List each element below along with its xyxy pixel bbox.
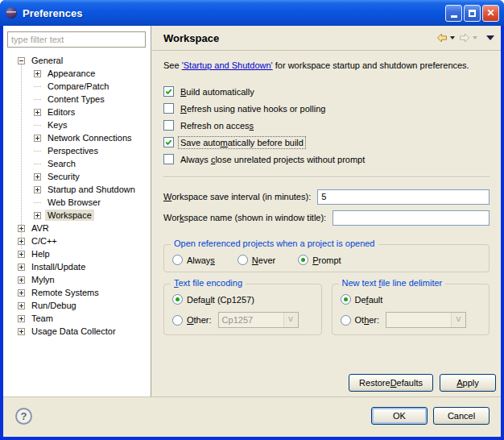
tree-guide-line bbox=[34, 202, 41, 203]
tree-item-label: Compare/Patch bbox=[45, 81, 111, 92]
forward-dropdown-icon[interactable] bbox=[473, 36, 477, 39]
tree-item-perspectives[interactable]: Perspectives bbox=[3, 144, 151, 157]
tree-item-label: Network Connections bbox=[45, 132, 134, 143]
plus-expander-icon[interactable] bbox=[18, 302, 25, 309]
radio-icon bbox=[341, 294, 351, 305]
plus-expander-icon[interactable] bbox=[34, 109, 41, 116]
workspace-name-label: Workspace name (shown in window title): bbox=[163, 213, 326, 222]
cancel-button[interactable]: Cancel bbox=[433, 407, 490, 425]
radio-encoding-default[interactable]: Default (Cp1257) bbox=[172, 294, 313, 305]
radio-label: Never bbox=[252, 255, 275, 265]
tree-item-workspace[interactable]: Workspace bbox=[3, 209, 151, 222]
title-bar[interactable]: Preferences ✕ bbox=[0, 0, 504, 26]
tree-item-run-debug[interactable]: Run/Debug bbox=[3, 299, 151, 312]
tree-item-compare-patch[interactable]: Compare/Patch bbox=[3, 80, 151, 93]
plus-expander-icon[interactable] bbox=[34, 173, 41, 181]
tree-item-editors[interactable]: Editors bbox=[3, 106, 151, 118]
tree-item-search[interactable]: Search bbox=[3, 157, 151, 170]
radio-label: Default (Cp1257) bbox=[187, 295, 254, 305]
tree-guide-line bbox=[34, 86, 41, 87]
plus-expander-icon[interactable] bbox=[18, 276, 25, 284]
tree-item-c-c-[interactable]: C/C++ bbox=[3, 235, 151, 247]
tree-item-label: Install/Update bbox=[29, 261, 88, 272]
plus-expander-icon[interactable] bbox=[18, 225, 25, 232]
plus-expander-icon[interactable] bbox=[34, 212, 41, 219]
tree-item-startup-and-shutdown[interactable]: Startup and Shutdown bbox=[3, 183, 151, 196]
workspace-preferences-page: Workspace bbox=[152, 26, 501, 396]
plus-expander-icon[interactable] bbox=[18, 289, 25, 297]
tree-guide-line bbox=[34, 151, 41, 152]
section-divider bbox=[163, 176, 490, 178]
encoding-combo[interactable]: Cp1257 ˅ bbox=[218, 312, 299, 328]
tree-item-keys[interactable]: Keys bbox=[3, 118, 151, 131]
forward-button[interactable] bbox=[457, 31, 478, 45]
plus-expander-icon[interactable] bbox=[18, 251, 25, 258]
tree-item-appearance[interactable]: Appearance bbox=[3, 67, 151, 80]
checkbox-label: Always close unrelated projects without … bbox=[179, 154, 366, 165]
workspace-name-input[interactable] bbox=[333, 210, 490, 226]
tree-item-team[interactable]: Team bbox=[3, 312, 151, 325]
plus-expander-icon[interactable] bbox=[18, 264, 25, 271]
save-interval-row: Workspace save interval (in minutes): bbox=[163, 186, 490, 207]
help-icon[interactable]: ? bbox=[15, 408, 32, 425]
apply-button[interactable]: Apply bbox=[440, 374, 496, 392]
tree-item-usage-data-collector[interactable]: Usage Data Collector bbox=[3, 325, 151, 338]
radio-never[interactable]: Never bbox=[238, 255, 275, 265]
ok-button[interactable]: OK bbox=[371, 407, 428, 425]
group-title: Text file encoding bbox=[171, 278, 246, 288]
page-description: See 'Startup and Shutdown' for workspace… bbox=[163, 60, 490, 70]
checkbox-refresh-native-hooks[interactable]: Refresh using native hooks or polling bbox=[163, 100, 490, 117]
checkbox-refresh-on-access[interactable]: Refresh on access bbox=[163, 117, 490, 134]
radio-label: Prompt bbox=[312, 255, 341, 265]
workspace-name-row: Workspace name (shown in window title): bbox=[163, 207, 490, 228]
filter-input[interactable] bbox=[7, 31, 146, 48]
checkbox-label: Refresh using native hooks or polling bbox=[179, 103, 327, 114]
radio-icon bbox=[172, 315, 183, 326]
tree-item-label: Startup and Shutdown bbox=[45, 184, 138, 195]
tree-item-web-browser[interactable]: Web Browser bbox=[3, 196, 151, 209]
close-icon[interactable]: ✕ bbox=[482, 5, 499, 22]
checkbox-close-unrelated-projects[interactable]: Always close unrelated projects without … bbox=[163, 151, 490, 168]
tree-item-content-types[interactable]: Content Types bbox=[3, 93, 151, 106]
checkbox-build-automatically[interactable]: Build automatically bbox=[163, 83, 490, 100]
radio-prompt[interactable]: Prompt bbox=[298, 255, 341, 265]
checkbox-save-before-build[interactable]: Save automatically before build bbox=[163, 134, 490, 151]
radio-icon bbox=[172, 255, 183, 265]
save-interval-input[interactable] bbox=[317, 189, 490, 205]
tree-item-label: Team bbox=[29, 313, 56, 324]
view-menu-icon[interactable] bbox=[486, 35, 494, 40]
tree-guide-line bbox=[34, 125, 41, 126]
tree-item-mylyn[interactable]: Mylyn bbox=[3, 273, 151, 286]
tree-item-avr[interactable]: AVR bbox=[3, 222, 151, 235]
plus-expander-icon[interactable] bbox=[18, 328, 25, 335]
tree-item-general[interactable]: General bbox=[3, 54, 151, 67]
plus-expander-icon[interactable] bbox=[34, 135, 41, 142]
back-dropdown-icon[interactable] bbox=[450, 36, 455, 39]
tree-item-security[interactable]: Security bbox=[3, 170, 151, 183]
plus-expander-icon[interactable] bbox=[34, 70, 41, 77]
window-title: Preferences bbox=[23, 7, 82, 19]
radio-icon bbox=[341, 315, 351, 326]
back-button[interactable] bbox=[435, 31, 456, 45]
minus-expander-icon[interactable] bbox=[18, 57, 25, 64]
plus-expander-icon[interactable] bbox=[34, 186, 41, 193]
tree-item-install-update[interactable]: Install/Update bbox=[3, 260, 151, 273]
radio-encoding-other[interactable]: Other: Cp1257 ˅ bbox=[172, 312, 313, 328]
maximize-icon[interactable] bbox=[464, 5, 481, 22]
plus-expander-icon[interactable] bbox=[18, 238, 25, 245]
startup-shutdown-link[interactable]: 'Startup and Shutdown' bbox=[182, 60, 273, 70]
radio-always[interactable]: Always bbox=[172, 255, 215, 265]
tree-guide-line bbox=[34, 164, 41, 164]
plus-expander-icon[interactable] bbox=[18, 315, 25, 322]
delimiter-combo[interactable]: ˅ bbox=[386, 312, 466, 328]
radio-delimiter-other[interactable]: Other: ˅ bbox=[341, 312, 481, 328]
tree-item-help[interactable]: Help bbox=[3, 247, 151, 260]
minimize-icon[interactable] bbox=[445, 5, 462, 22]
chevron-down-icon: ˅ bbox=[283, 313, 298, 327]
restore-defaults-button[interactable]: Restore Defaults bbox=[349, 374, 433, 392]
combo-value: Cp1257 bbox=[219, 313, 283, 327]
tree-item-remote-systems[interactable]: Remote Systems bbox=[3, 286, 151, 299]
tree-item-label: Perspectives bbox=[45, 145, 101, 156]
radio-delimiter-default[interactable]: Default bbox=[341, 294, 481, 305]
tree-item-network-connections[interactable]: Network Connections bbox=[3, 131, 151, 144]
